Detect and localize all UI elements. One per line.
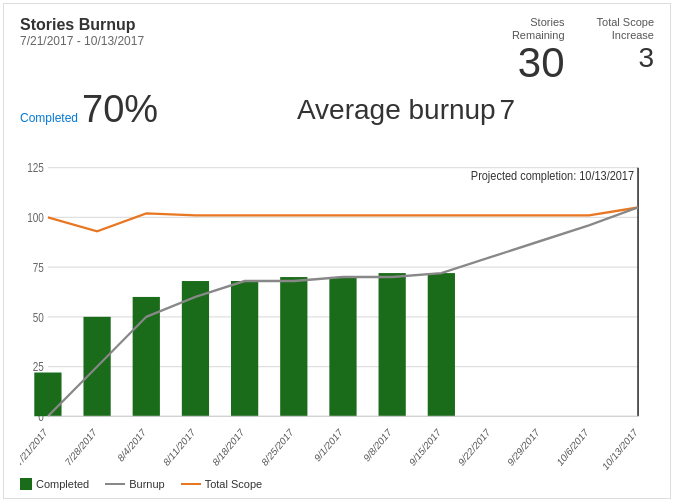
card-header: Stories Burnup 7/21/2017 - 10/13/2017 St… [20, 16, 654, 84]
svg-text:Projected completion: 10/13/20: Projected completion: 10/13/2017 [471, 168, 634, 183]
svg-text:8/4/2017: 8/4/2017 [116, 426, 148, 464]
stories-remaining-block: StoriesRemaining 30 [512, 16, 565, 84]
svg-text:7/21/2017: 7/21/2017 [20, 426, 49, 468]
svg-text:75: 75 [33, 261, 44, 274]
average-burnup-value: 7 [500, 94, 516, 125]
svg-text:125: 125 [27, 162, 44, 175]
svg-text:7/28/2017: 7/28/2017 [63, 426, 98, 468]
legend-scope: Total Scope [181, 478, 262, 490]
legend-scope-label: Total Scope [205, 478, 262, 490]
svg-text:9/1/2017: 9/1/2017 [313, 426, 345, 464]
svg-text:9/15/2017: 9/15/2017 [407, 426, 442, 468]
burnup-chart: 0255075100125Projected completion: 10/13… [20, 139, 654, 474]
svg-text:10/6/2017: 10/6/2017 [555, 426, 590, 468]
total-scope-value: 3 [597, 42, 654, 74]
svg-rect-14 [133, 297, 160, 416]
legend-burnup: Burnup [105, 478, 164, 490]
card-subtitle: 7/21/2017 - 10/13/2017 [20, 34, 144, 48]
average-burnup-label: Average burnup [297, 94, 496, 125]
svg-text:9/22/2017: 9/22/2017 [457, 426, 492, 468]
legend-completed: Completed [20, 478, 89, 490]
svg-rect-20 [428, 273, 455, 416]
svg-rect-18 [329, 277, 356, 416]
svg-text:25: 25 [33, 361, 44, 374]
svg-rect-12 [34, 373, 61, 417]
svg-text:8/18/2017: 8/18/2017 [211, 426, 246, 468]
total-scope-block: Total ScopeIncrease 3 [597, 16, 654, 74]
svg-text:100: 100 [27, 212, 44, 225]
legend-completed-icon [20, 478, 32, 490]
card-title: Stories Burnup [20, 16, 144, 34]
svg-text:10/13/2017: 10/13/2017 [601, 426, 640, 472]
svg-rect-17 [280, 277, 307, 416]
chart-legend: Completed Burnup Total Scope [20, 478, 654, 490]
svg-text:50: 50 [33, 311, 44, 324]
legend-burnup-label: Burnup [129, 478, 164, 490]
completed-pct: 70% [82, 88, 158, 131]
header-left: Stories Burnup 7/21/2017 - 10/13/2017 [20, 16, 144, 48]
svg-rect-16 [231, 281, 258, 416]
legend-scope-icon [181, 483, 201, 485]
stories-burnup-card: Stories Burnup 7/21/2017 - 10/13/2017 St… [3, 3, 671, 499]
svg-text:8/11/2017: 8/11/2017 [161, 426, 196, 468]
average-burnup-metric: Average burnup 7 [297, 94, 515, 126]
completed-metric: Completed 70% [20, 88, 158, 131]
svg-text:8/25/2017: 8/25/2017 [260, 426, 295, 468]
legend-burnup-icon [105, 483, 125, 485]
legend-completed-label: Completed [36, 478, 89, 490]
header-right: StoriesRemaining 30 Total ScopeIncrease … [512, 16, 654, 84]
svg-text:9/29/2017: 9/29/2017 [506, 426, 541, 468]
chart-container: 0255075100125Projected completion: 10/13… [20, 139, 654, 474]
total-scope-label: Total ScopeIncrease [597, 16, 654, 42]
metrics-row: Completed 70% Average burnup 7 [20, 88, 654, 131]
svg-text:9/8/2017: 9/8/2017 [362, 426, 394, 464]
completed-label: Completed [20, 111, 78, 125]
svg-rect-19 [379, 273, 406, 416]
stories-remaining-value: 30 [512, 42, 565, 84]
